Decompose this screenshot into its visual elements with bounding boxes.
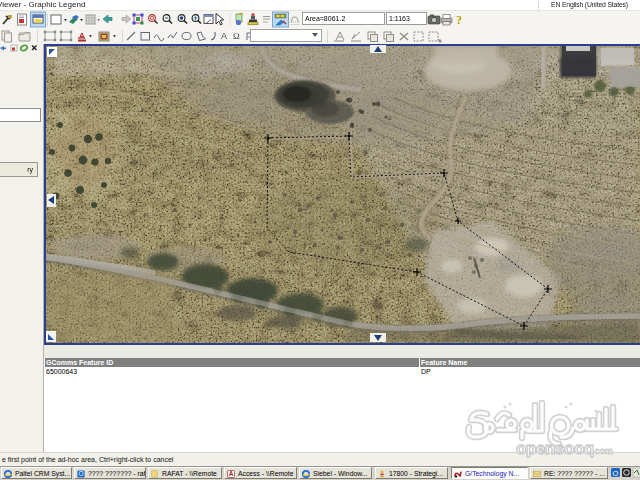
svg-text:A: A — [79, 31, 85, 40]
svg-text:.com: .com — [592, 446, 613, 456]
svg-text:O: O — [613, 469, 619, 478]
svg-text:?: ? — [456, 13, 462, 27]
svg-text:A: A — [229, 470, 234, 477]
svg-text:Ω: Ω — [233, 31, 240, 41]
svg-text:O: O — [79, 470, 84, 477]
svg-text:opensooq: opensooq — [516, 439, 594, 458]
svg-text:A: A — [221, 31, 227, 41]
